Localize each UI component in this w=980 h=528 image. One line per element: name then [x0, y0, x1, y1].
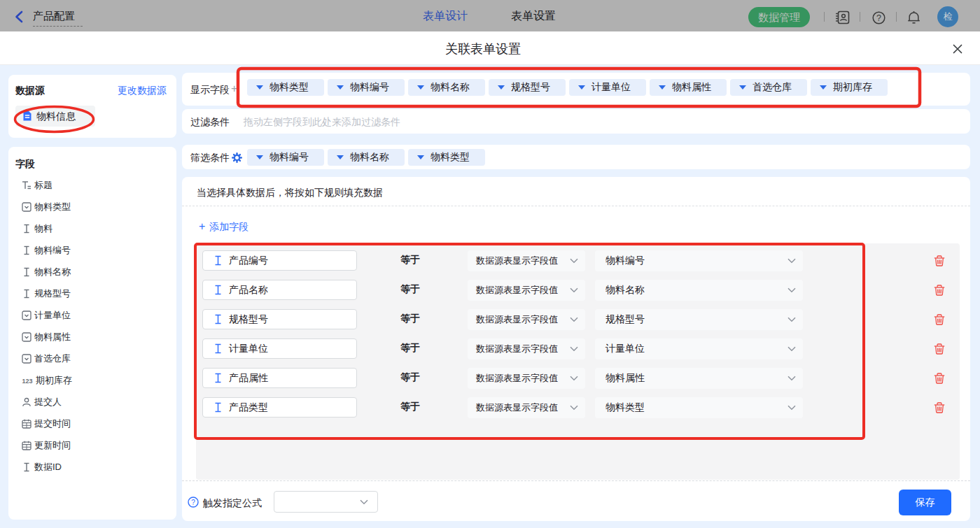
svg-text:?: ?	[191, 499, 195, 506]
svg-text:?: ?	[876, 13, 881, 23]
svg-text:123: 123	[22, 378, 32, 385]
